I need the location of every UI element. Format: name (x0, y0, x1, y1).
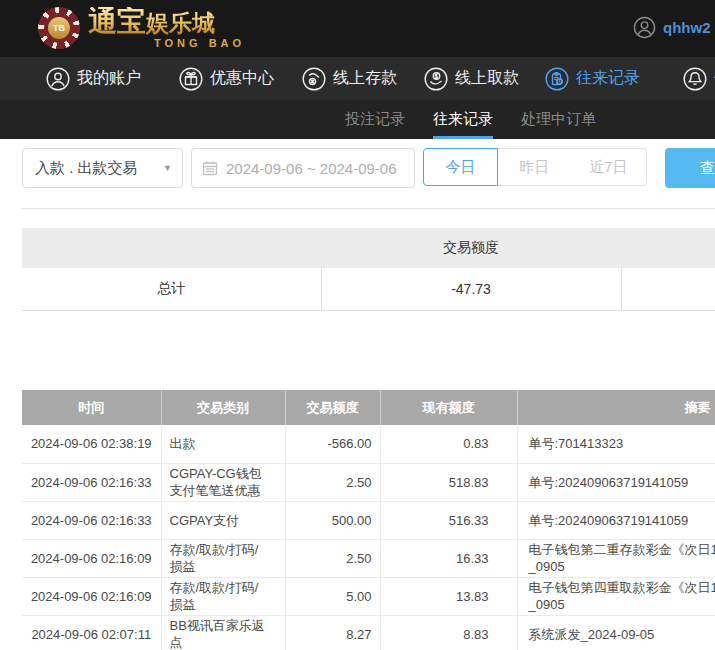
table-row: 2024-09-06 02:16:09 存款/取款/打码/ 损益 2.50 16… (22, 539, 715, 577)
summary-header-row: 交易额度 (22, 228, 715, 268)
cell-time: 2024-09-06 02:38:19 (22, 425, 161, 463)
cell-type: 出款 (161, 425, 285, 463)
nav-item-transaction-records[interactable]: 往来记录 (545, 57, 640, 100)
summary-total-label: 总计 (22, 268, 321, 310)
nav-item-deposit[interactable]: 线上存款 (302, 57, 397, 100)
summary-total-value: -47.73 (321, 268, 621, 310)
date-range-input[interactable]: 2024-09-06 ~ 2024-09-06 (191, 148, 415, 188)
cell-balance: 518.83 (380, 463, 517, 501)
cell-summary: 电子钱包第四重取款彩金《次日1 _0905 (517, 577, 715, 615)
user-avatar-icon (633, 16, 656, 39)
cell-type: 存款/取款/打码/ 损益 (161, 577, 285, 615)
transaction-type-select[interactable]: 入款 . 出款交易 ▼ (22, 148, 183, 188)
last7days-button[interactable]: 近7日 (571, 148, 647, 186)
summary-header-amount: 交易额度 (321, 228, 621, 268)
cell-type: 存款/取款/打码/ 损益 (161, 539, 285, 577)
cell-summary: 单号:202409063719141059 (517, 463, 715, 501)
sub-tabs-bar: 投注记录 往来记录 处理中订单 (0, 100, 715, 139)
top-bar: TB 通宝娱乐城 TONG BAO qhhw2 (0, 0, 715, 57)
nav-item-my-account[interactable]: 我的账户 (46, 57, 141, 100)
cell-summary: 单号:202409063719141059 (517, 501, 715, 539)
date-range-value: 2024-09-06 ~ 2024-09-06 (226, 160, 397, 177)
table-row: 2024-09-06 02:38:19 出款 -566.00 0.83 单号:7… (22, 425, 715, 463)
cell-summary: 系统派发_2024-09-05 (517, 615, 715, 650)
calendar-icon (202, 160, 218, 176)
tab-transaction-records[interactable]: 往来记录 (433, 100, 493, 139)
nav-item-withdraw[interactable]: 线上取款 (424, 57, 519, 100)
transaction-type-value: 入款 . 出款交易 (35, 159, 138, 178)
summary-table: 交易额度 总计 -47.73 (22, 228, 715, 311)
tab-pending-orders[interactable]: 处理中订单 (521, 100, 596, 139)
cell-summary: 电子钱包第二重存款彩金《次日1 _0905 (517, 539, 715, 577)
nav-item-messages[interactable]: 信息 (683, 57, 715, 100)
table-row: 2024-09-06 02:07:11 BB视讯百家乐返 点 8.27 8.83… (22, 615, 715, 650)
withdraw-dollar-hand-icon (424, 67, 448, 91)
brand-text: 通宝娱乐城 TONG BAO (88, 7, 245, 49)
cell-amount: 5.00 (285, 577, 380, 615)
cell-time: 2024-09-06 02:16:33 (22, 501, 161, 539)
cell-summary: 单号:701413323 (517, 425, 715, 463)
col-header-type: 交易类别 (161, 390, 285, 425)
cell-balance: 16.33 (380, 539, 517, 577)
records-clipboard-icon (545, 67, 569, 91)
nav-label: 线上存款 (333, 68, 397, 89)
user-account[interactable]: qhhw2 (633, 16, 711, 39)
gift-icon (179, 67, 203, 91)
col-header-summary: 摘要 (517, 390, 715, 425)
nav-label: 优惠中心 (210, 68, 274, 89)
cell-type: CGPAY-CG钱包 支付笔笔送优惠 (161, 463, 285, 501)
brand-name-cn: 通宝 (88, 5, 146, 37)
transactions-table: 时间 交易类别 交易额度 现有额度 摘要 2024-09-06 02:38:19… (22, 390, 715, 650)
nav-label: 我的账户 (77, 68, 141, 89)
cell-balance: 13.83 (380, 577, 517, 615)
col-header-amount: 交易额度 (285, 390, 380, 425)
person-icon (46, 67, 70, 91)
tab-bet-records[interactable]: 投注记录 (345, 100, 405, 139)
cell-time: 2024-09-06 02:16:33 (22, 463, 161, 501)
table-row: 2024-09-06 02:16:33 CGPAY-CG钱包 支付笔笔送优惠 2… (22, 463, 715, 501)
cell-time: 2024-09-06 02:07:11 (22, 615, 161, 650)
main-nav: 我的账户 优惠中心 线上存款 线上取款 往来记录 信息 (0, 57, 715, 100)
nav-item-promotions[interactable]: 优惠中心 (179, 57, 274, 100)
poker-chip-icon: TB (38, 7, 80, 49)
chevron-down-icon: ▼ (163, 163, 172, 173)
brand-name-en: TONG BAO (154, 38, 245, 49)
bell-icon (683, 67, 707, 91)
col-header-time: 时间 (22, 390, 161, 425)
col-header-balance: 现有额度 (380, 390, 517, 425)
nav-label: 线上取款 (455, 68, 519, 89)
cell-time: 2024-09-06 02:16:09 (22, 577, 161, 615)
cell-balance: 0.83 (380, 425, 517, 463)
cell-balance: 8.83 (380, 615, 517, 650)
yesterday-button[interactable]: 昨日 (497, 148, 572, 186)
cell-amount: 8.27 (285, 615, 380, 650)
cell-balance: 516.33 (380, 501, 517, 539)
brand-logo[interactable]: TB 通宝娱乐城 TONG BAO (38, 7, 245, 49)
nav-label: 往来记录 (576, 68, 640, 89)
cell-type: CGPAY支付 (161, 501, 285, 539)
cell-amount: 500.00 (285, 501, 380, 539)
cell-amount: 2.50 (285, 463, 380, 501)
cell-amount: 2.50 (285, 539, 380, 577)
table-row: 2024-09-06 02:16:09 存款/取款/打码/ 损益 5.00 13… (22, 577, 715, 615)
table-row: 2024-09-06 02:16:33 CGPAY支付 500.00 516.3… (22, 501, 715, 539)
today-button[interactable]: 今日 (423, 148, 498, 186)
transactions-header-row: 时间 交易类别 交易额度 现有额度 摘要 (22, 390, 715, 425)
username[interactable]: qhhw2 (663, 19, 711, 36)
deposit-coin-hand-icon (302, 67, 326, 91)
cell-type: BB视讯百家乐返 点 (161, 615, 285, 650)
chip-monogram: TB (48, 17, 70, 39)
cell-time: 2024-09-06 02:16:09 (22, 539, 161, 577)
summary-total-row: 总计 -47.73 (22, 268, 715, 310)
cell-amount: -566.00 (285, 425, 380, 463)
search-button[interactable]: 查询 (665, 148, 715, 188)
section-divider (22, 208, 715, 209)
